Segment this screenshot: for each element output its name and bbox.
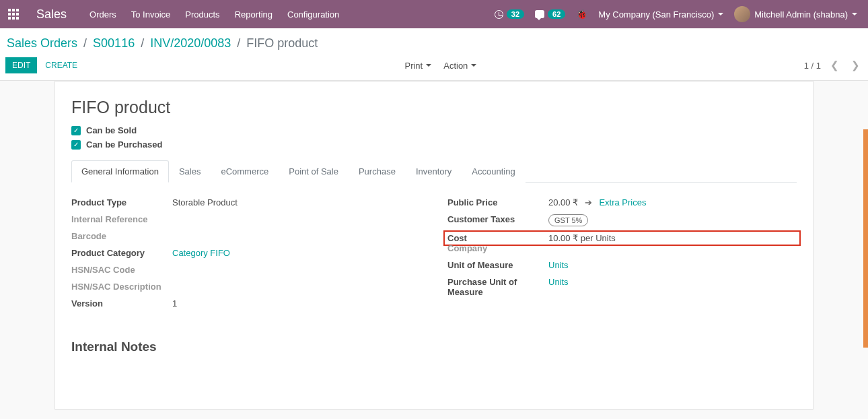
label-uom: Unit of Measure	[447, 260, 548, 270]
tab-inventory[interactable]: Inventory	[406, 160, 462, 183]
pager-next[interactable]: ❯	[848, 59, 863, 71]
breadcrumb-sep: /	[141, 36, 144, 50]
form-col-right: Public Price 20.00 ₹ ➔ Extra Prices Cust…	[447, 197, 797, 315]
tab-accounting[interactable]: Accounting	[462, 160, 525, 183]
action-dropdown[interactable]: Action	[443, 61, 476, 71]
field-product-type: Product Type Storable Product	[71, 197, 421, 207]
tax-tag[interactable]: GST 5%	[548, 214, 588, 226]
value-public-price: 20.00 ₹ ➔ Extra Prices	[548, 197, 797, 207]
tabs: General Information Sales eCommerce Poin…	[71, 160, 797, 183]
public-price-amount: 20.00 ₹	[548, 197, 578, 207]
avatar	[734, 6, 750, 22]
breadcrumb-sales-orders[interactable]: Sales Orders	[7, 36, 77, 50]
label-public-price: Public Price	[447, 197, 548, 207]
nav-reporting[interactable]: Reporting	[235, 9, 273, 20]
breadcrumb-sep: /	[237, 36, 240, 50]
form-sheet: FIFO product Can be Sold Can be Purchase…	[55, 81, 813, 410]
breadcrumb-current: FIFO product	[246, 36, 318, 50]
label-barcode: Barcode	[71, 231, 172, 241]
checkbox-checked-icon[interactable]	[71, 140, 81, 150]
activity-count: 32	[507, 9, 524, 19]
message-count: 62	[548, 9, 565, 19]
debug-icon[interactable]: 🐞	[576, 9, 587, 20]
tab-sales[interactable]: Sales	[169, 160, 211, 183]
field-version: Version 1	[71, 298, 421, 309]
label-cost: Cost	[447, 233, 548, 243]
label-product-type: Product Type	[71, 197, 172, 207]
value-version: 1	[172, 298, 421, 309]
arrow-right-icon: ➔	[585, 197, 592, 207]
value-purchase-uom[interactable]: Units	[548, 277, 797, 287]
tab-general-information[interactable]: General Information	[71, 160, 169, 183]
can-be-sold-row: Can be Sold	[71, 125, 797, 135]
label-hsn-code: HSN/SAC Code	[71, 265, 172, 275]
create-button[interactable]: CREATE	[45, 61, 77, 70]
sheet-wrapper: FIFO product Can be Sold Can be Purchase…	[0, 81, 868, 415]
pager-prev[interactable]: ❮	[828, 59, 842, 71]
field-company: Company	[447, 243, 797, 253]
nav-to-invoice[interactable]: To Invoice	[131, 9, 171, 20]
field-hsn-desc: HSN/SAC Description	[71, 282, 421, 292]
scroll-indicator[interactable]	[863, 129, 868, 348]
apps-icon[interactable]	[8, 9, 19, 20]
nav-configuration[interactable]: Configuration	[287, 9, 339, 20]
label-company: Company	[447, 243, 548, 253]
field-product-category: Product Category Category FIFO	[71, 248, 421, 258]
activity-indicator[interactable]: 32	[495, 9, 524, 19]
can-be-purchased-label: Can be Purchased	[86, 139, 162, 150]
action-label: Action	[443, 61, 468, 71]
chevron-down-icon	[718, 13, 723, 15]
control-area: Sales Orders / S00116 / INV/2020/0083 / …	[0, 28, 868, 81]
breadcrumb-order[interactable]: S00116	[93, 36, 135, 50]
user-menu[interactable]: Mitchell Admin (shabna)	[734, 6, 857, 22]
field-hsn-code: HSN/SAC Code	[71, 265, 421, 275]
company-name: My Company (San Francisco)	[598, 9, 714, 20]
tab-ecommerce[interactable]: eCommerce	[211, 160, 279, 183]
chevron-down-icon	[471, 64, 476, 67]
value-cost: 10.00 ₹ per Units	[548, 233, 797, 243]
field-barcode: Barcode	[71, 231, 421, 241]
field-uom: Unit of Measure Units	[447, 260, 797, 270]
company-menu[interactable]: My Company (San Francisco)	[598, 9, 723, 20]
tab-point-of-sale[interactable]: Point of Sale	[279, 160, 349, 183]
print-label: Print	[404, 61, 423, 71]
nav-orders[interactable]: Orders	[89, 9, 116, 20]
control-row: EDIT CREATE Print Action 1 / 1 ❮ ❯	[5, 57, 863, 80]
label-version: Version	[71, 298, 172, 309]
topbar-right: 32 62 🐞 My Company (San Francisco) Mitch…	[495, 6, 857, 22]
clock-icon	[495, 10, 503, 19]
topbar: Sales Orders To Invoice Products Reporti…	[0, 0, 868, 28]
print-dropdown[interactable]: Print	[404, 61, 431, 71]
control-center: Print Action	[404, 61, 476, 71]
label-internal-reference: Internal Reference	[71, 214, 172, 224]
breadcrumb-invoice[interactable]: INV/2020/0083	[150, 36, 231, 50]
can-be-sold-label: Can be Sold	[86, 125, 137, 135]
can-be-purchased-row: Can be Purchased	[71, 139, 797, 150]
internal-notes-title: Internal Notes	[71, 340, 797, 354]
checkbox-checked-icon[interactable]	[71, 126, 81, 135]
form-col-left: Product Type Storable Product Internal R…	[71, 197, 421, 315]
field-purchase-uom: Purchase Unit of Measure Units	[447, 277, 797, 297]
field-customer-taxes: Customer Taxes GST 5%	[447, 214, 797, 226]
label-product-category: Product Category	[71, 248, 172, 258]
value-product-category[interactable]: Category FIFO	[172, 248, 421, 258]
messaging-indicator[interactable]: 62	[535, 9, 565, 19]
label-purchase-uom: Purchase Unit of Measure	[447, 277, 548, 297]
tab-purchase[interactable]: Purchase	[349, 160, 406, 183]
user-name: Mitchell Admin (shabna)	[754, 9, 848, 20]
pager: 1 / 1 ❮ ❯	[804, 59, 863, 71]
field-public-price: Public Price 20.00 ₹ ➔ Extra Prices	[447, 197, 797, 207]
chevron-down-icon	[852, 13, 857, 15]
edit-button[interactable]: EDIT	[5, 57, 37, 73]
pager-text: 1 / 1	[804, 61, 821, 71]
value-product-type: Storable Product	[172, 197, 421, 207]
extra-prices-link[interactable]: Extra Prices	[599, 197, 646, 207]
label-hsn-desc: HSN/SAC Description	[71, 282, 172, 292]
breadcrumb: Sales Orders / S00116 / INV/2020/0083 / …	[5, 35, 863, 57]
app-brand[interactable]: Sales	[36, 7, 67, 22]
value-uom[interactable]: Units	[548, 260, 797, 270]
nav-products[interactable]: Products	[185, 9, 219, 20]
breadcrumb-sep: /	[83, 36, 87, 50]
speech-icon	[535, 10, 544, 18]
chevron-down-icon	[426, 64, 431, 67]
